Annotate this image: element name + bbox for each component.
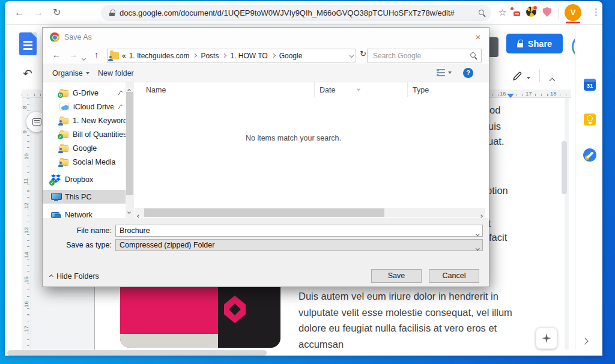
docs-vertical-scrollbar[interactable] (562, 141, 567, 194)
url-text[interactable]: docs.google.com/document/d/1UQEP9toW0WJV… (120, 8, 479, 17)
list-horizontal-scrollbar[interactable] (135, 208, 485, 217)
scrollbar-thumb[interactable] (126, 92, 133, 195)
file-list: Name Date Type No items match your searc… (134, 82, 489, 218)
nav-back-button[interactable]: ← (52, 50, 61, 59)
column-header-name[interactable]: Name (134, 82, 315, 97)
undo-icon[interactable]: ↶ (23, 67, 32, 80)
dialog-title: Save As (64, 33, 92, 41)
organise-button[interactable]: Organise (52, 69, 89, 77)
ruler-number: 14 (23, 251, 29, 259)
breadcrumb-item[interactable]: 1. HOW TO (230, 52, 267, 60)
sidebar-item-this-pc[interactable]: This PC (43, 190, 126, 204)
keep-icon[interactable] (584, 114, 596, 126)
indent-marker[interactable] (507, 94, 514, 98)
file-name-input[interactable] (115, 225, 483, 237)
search-box[interactable] (367, 49, 482, 62)
file-name-label: File name: (43, 226, 112, 235)
share-button[interactable]: Share (506, 34, 563, 53)
sidebar-item-bill-of-quantities[interactable]: Bill of Quantities (43, 127, 126, 141)
browser-profile-avatar[interactable]: V (565, 4, 581, 21)
ruler-number: 9 (21, 130, 28, 134)
save-as-type-select[interactable]: Compressed (zipped) Folder (115, 239, 483, 251)
ruler-number: 16 (23, 300, 29, 308)
scrollbar-thumb[interactable] (144, 208, 384, 217)
tasks-icon[interactable] (583, 148, 596, 162)
shared-folder-icon (59, 159, 68, 166)
sidebar-item-social-media[interactable]: Social Media (43, 155, 126, 169)
computer-icon (51, 193, 61, 201)
close-icon[interactable]: × (471, 31, 485, 44)
view-options-button[interactable] (437, 69, 452, 76)
sidebar-scrollbar[interactable] (126, 82, 134, 218)
folder-icon (110, 52, 119, 59)
google-docs-logo[interactable] (19, 32, 37, 55)
editing-mode-pencil-icon[interactable] (512, 71, 523, 83)
dropbox-icon (51, 174, 61, 185)
calendar-icon[interactable]: 31 (584, 79, 596, 91)
sidebar-item-google[interactable]: Google (43, 141, 126, 155)
save-button[interactable]: Save (371, 269, 422, 283)
extension-shield-icon[interactable] (543, 7, 551, 17)
chevron-right-icon[interactable] (583, 335, 587, 346)
ruler-number: 12 (23, 202, 29, 210)
address-refresh-icon[interactable]: ↻ (360, 49, 366, 58)
forward-button[interactable]: → (34, 7, 43, 19)
save-as-type-dropdown-icon[interactable] (476, 243, 479, 251)
mode-dropdown-icon[interactable] (527, 77, 530, 79)
breadcrumb[interactable]: « 1. Itechguides.com Posts 1. HOW TO Goo… (107, 49, 356, 62)
docs-horizontal-scrollbar[interactable] (7, 350, 267, 356)
column-header-date[interactable]: Date (315, 82, 408, 97)
cancel-button[interactable]: Cancel (429, 269, 479, 283)
extension-icon-2[interactable] (526, 7, 536, 17)
bookmark-star-icon[interactable]: ☆ (498, 7, 506, 18)
hide-folders-button[interactable]: Hide Folders (50, 272, 99, 281)
chevron-right-icon[interactable] (193, 53, 197, 58)
doc-line: vulputate velit esse molestie consequat,… (298, 305, 539, 321)
list-view-icon (437, 69, 445, 76)
breadcrumb-item[interactable]: Posts (201, 52, 219, 60)
doc-text-fragment: uat. (488, 136, 504, 147)
refresh-button[interactable]: ↻ (53, 7, 61, 19)
help-button[interactable]: ? (463, 68, 473, 78)
extension-icon-1[interactable] (510, 7, 520, 17)
nav-recent-dropdown-icon[interactable] (82, 53, 85, 62)
file-name-dropdown-icon[interactable] (476, 228, 479, 237)
sidebar-item-g-drive[interactable]: G-Drive (43, 86, 126, 100)
breadcrumb-prefix[interactable]: « (122, 52, 126, 60)
nav-forward-button[interactable]: → (69, 50, 77, 59)
chevron-right-icon[interactable] (271, 53, 276, 58)
sidebar-item-new-keyword[interactable]: 1. New Keyword (43, 114, 126, 127)
address-dropdown-icon[interactable] (350, 53, 354, 58)
search-input[interactable] (372, 51, 470, 61)
brochure-bottom-strip (120, 334, 218, 348)
browser-menu-icon[interactable]: ⋮ (592, 7, 601, 17)
scroll-right-icon[interactable] (480, 211, 482, 219)
share-label: Share (528, 39, 552, 49)
address-bar[interactable]: docs.google.com/document/d/1UQEP9toW0WJV… (101, 5, 491, 21)
back-button[interactable]: ← (14, 7, 24, 19)
chevron-right-icon[interactable] (222, 53, 226, 58)
scroll-down-icon[interactable] (128, 207, 130, 215)
zoom-icon[interactable] (479, 10, 485, 16)
sync-error-indicator (566, 22, 580, 23)
new-folder-label: New folder (98, 69, 134, 77)
doc-text-fragment: ption (486, 185, 508, 196)
ruler-number: 18 (549, 90, 558, 97)
sidebar-item-dropbox[interactable]: Dropbox (43, 172, 126, 186)
sidebar-item-network[interactable]: Network (43, 208, 126, 218)
collapse-toolbar-icon[interactable] (550, 74, 554, 85)
dialog-titlebar[interactable]: Save As × (43, 28, 489, 47)
ruler-number: 16 (498, 90, 507, 97)
breadcrumb-item[interactable]: 1. Itechguides.com (129, 52, 190, 60)
sidebar-item-icloud-drive[interactable]: iCloud Drive (43, 100, 126, 114)
empty-folder-message: No items match your search. (134, 134, 453, 142)
explore-button[interactable] (536, 327, 557, 349)
scroll-left-icon[interactable] (138, 211, 140, 219)
breadcrumb-item[interactable]: Google (279, 52, 303, 60)
column-header-type[interactable]: Type (408, 82, 485, 97)
doc-paragraph: Duis autem vel eum iriure dolor in hendr… (298, 288, 539, 348)
new-folder-button[interactable]: New folder (98, 69, 134, 77)
doc-line: dolore eu feugiat nulla facilisis at ver… (298, 320, 539, 336)
brochure-image[interactable] (120, 287, 280, 348)
nav-up-button[interactable]: ↑ (94, 50, 98, 59)
